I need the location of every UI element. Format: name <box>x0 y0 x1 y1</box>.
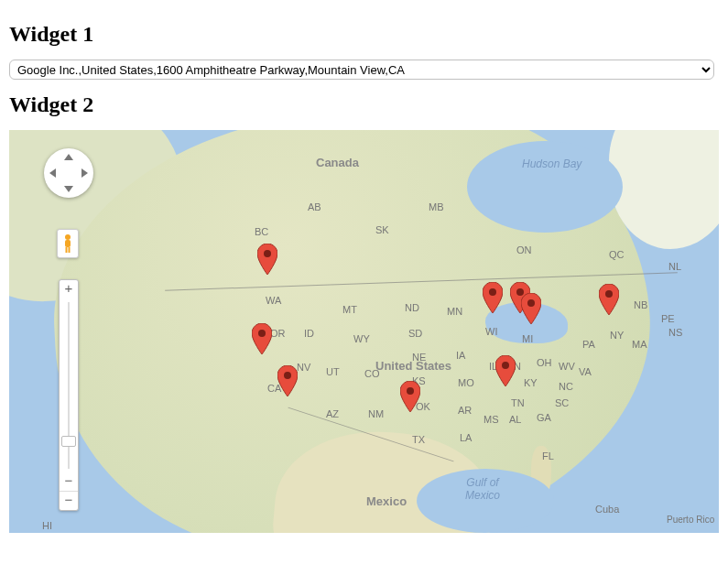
svg-rect-2 <box>66 247 68 253</box>
pan-right-icon[interactable] <box>81 168 88 178</box>
pegman-control[interactable] <box>57 229 79 258</box>
label-pa: PA <box>582 339 595 350</box>
zoom-out-button[interactable]: − <box>60 472 78 491</box>
label-mexico: Mexico <box>366 494 407 508</box>
svg-point-11 <box>527 299 535 307</box>
zoom-control[interactable]: + − − <box>59 279 79 511</box>
label-tx: TX <box>412 434 425 445</box>
svg-point-9 <box>489 288 496 296</box>
label-ar: AR <box>458 405 472 416</box>
pan-up-icon[interactable] <box>64 154 73 160</box>
label-ky: KY <box>524 377 538 388</box>
label-fl: FL <box>542 450 554 461</box>
label-az: AZ <box>326 408 339 419</box>
map-marker-tn[interactable] <box>495 355 516 386</box>
label-mo: MO <box>458 377 474 388</box>
label-tn: TN <box>511 397 525 408</box>
zoom-in-button[interactable]: + <box>60 280 78 298</box>
svg-rect-3 <box>69 247 71 253</box>
label-al: AL <box>509 414 521 425</box>
map[interactable]: Canada United States Mexico Cuba Puerto … <box>9 130 719 533</box>
svg-point-5 <box>258 330 266 337</box>
map-marker-ca-n[interactable] <box>252 323 272 354</box>
label-mi: MI <box>522 333 533 344</box>
label-ia: IA <box>456 350 465 361</box>
map-marker-ca-s[interactable] <box>277 365 298 396</box>
svg-point-7 <box>407 387 414 395</box>
widget1-title: Widget 1 <box>9 22 719 47</box>
svg-rect-1 <box>65 240 71 247</box>
label-puerto-rico: Puerto Rico <box>667 515 714 525</box>
label-ma: MA <box>632 339 647 350</box>
label-hi: HI <box>42 520 52 531</box>
label-sd: SD <box>408 328 422 339</box>
label-cuba: Cuba <box>595 504 619 515</box>
widget2-title: Widget 2 <box>9 92 719 117</box>
label-mn: MN <box>447 306 462 317</box>
label-wy: WY <box>353 333 370 344</box>
label-id: ID <box>304 328 314 339</box>
label-gulf: Gulf of Mexico <box>465 476 500 502</box>
label-va: VA <box>579 366 592 377</box>
map-marker-ny[interactable] <box>599 284 619 315</box>
label-ne: NE <box>412 352 426 363</box>
label-or: OR <box>270 328 286 339</box>
label-sc: SC <box>555 397 569 408</box>
label-ab: AB <box>308 201 321 212</box>
address-select[interactable]: Google Inc.,United States,1600 Amphithea… <box>9 60 714 80</box>
label-la: LA <box>460 432 472 443</box>
pan-left-icon[interactable] <box>49 168 56 178</box>
label-qc: QC <box>609 249 625 260</box>
pegman-icon <box>61 233 74 254</box>
label-wi: WI <box>485 326 497 337</box>
label-nc: NC <box>559 381 573 392</box>
svg-point-4 <box>264 250 271 257</box>
label-sk: SK <box>375 224 389 235</box>
label-nv: NV <box>297 362 310 373</box>
water-hudson-bay <box>467 141 623 233</box>
svg-point-8 <box>502 362 509 369</box>
label-nm: NM <box>368 408 384 419</box>
label-nb: NB <box>634 299 647 310</box>
label-ut: UT <box>326 366 340 377</box>
map-marker-tx[interactable] <box>400 381 420 412</box>
pan-control[interactable] <box>44 148 93 198</box>
map-marker-wa[interactable] <box>257 244 277 275</box>
label-canada: Canada <box>316 156 359 169</box>
pan-down-icon[interactable] <box>64 186 73 192</box>
svg-point-6 <box>284 372 291 379</box>
label-co: CO <box>364 368 380 379</box>
label-mb: MB <box>429 201 444 212</box>
map-marker-wi[interactable] <box>483 282 503 313</box>
zoom-slider-handle[interactable] <box>61 436 76 447</box>
label-on: ON <box>516 244 532 255</box>
label-nl: NL <box>668 261 681 272</box>
label-ms: MS <box>484 414 499 425</box>
zoom-slider-track[interactable] <box>60 298 78 472</box>
label-hudson-bay: Hudson Bay <box>522 157 581 170</box>
label-ny: NY <box>610 330 624 341</box>
zoom-reset-button[interactable]: − <box>60 491 78 510</box>
label-pe: PE <box>661 313 675 324</box>
label-ga: GA <box>537 412 551 423</box>
map-marker-mi-e[interactable] <box>521 293 541 324</box>
label-mt: MT <box>342 304 357 315</box>
label-ns: NS <box>668 327 682 338</box>
label-wv: WV <box>559 361 575 372</box>
address-select-wrap: Google Inc.,United States,1600 Amphithea… <box>9 60 719 80</box>
svg-point-0 <box>65 234 71 240</box>
label-bc: BC <box>255 226 268 237</box>
label-nd: ND <box>405 302 419 313</box>
label-wa: WA <box>266 295 281 306</box>
svg-point-12 <box>605 290 613 298</box>
label-oh: OH <box>537 357 552 368</box>
